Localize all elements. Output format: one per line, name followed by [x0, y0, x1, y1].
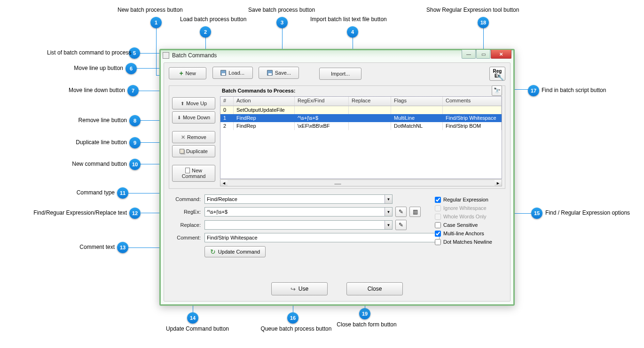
new-command-button[interactable]: New Command — [172, 165, 215, 182]
new-label: New — [186, 70, 196, 76]
checkbox[interactable] — [435, 239, 441, 245]
comment-input[interactable] — [204, 233, 440, 242]
window-title: Batch Commands — [172, 52, 217, 59]
disk-icon — [220, 70, 226, 76]
window-close-button[interactable]: ✕ — [491, 50, 511, 59]
command-label: Command: — [169, 196, 201, 202]
col-comments[interactable]: Comments — [443, 97, 502, 106]
move-up-button[interactable]: ⬆ Move Up — [172, 97, 215, 109]
cell: 1 — [220, 114, 234, 122]
col-replace[interactable]: Replace — [349, 97, 391, 106]
callout-18: Show Regular Expression tool button — [426, 7, 519, 13]
scroll-right-icon[interactable]: ► — [495, 180, 502, 186]
col-action[interactable]: Action — [234, 97, 295, 106]
horizontal-scrollbar[interactable]: ◄ ► — [220, 179, 502, 186]
callout-4: Import batch list text file button — [310, 16, 387, 23]
regex-edit-button[interactable]: ✎ — [395, 207, 407, 217]
opt-dot-matches[interactable]: Dot Matches Newline — [435, 238, 505, 246]
maximize-button[interactable]: ▭ — [476, 50, 490, 59]
checkbox[interactable] — [435, 231, 441, 237]
opt-whole-words[interactable]: Whole Words Only — [435, 212, 505, 221]
callout-14: Update Command button — [150, 325, 244, 332]
callout-5: List of batch command to process — [47, 49, 127, 56]
load-label: Load... — [228, 70, 244, 76]
use-label: Use — [298, 286, 308, 292]
panel-heading: Batch Commands to Process: — [222, 88, 295, 93]
use-button[interactable]: ↪ Use — [271, 282, 328, 295]
cell: DotMatchNL — [391, 122, 443, 130]
checkbox — [435, 205, 441, 211]
opt-ignore-whitespace[interactable]: Ignore Whitespace — [435, 204, 505, 212]
table-row[interactable]: 2 FindRep \xEF\xBB\xBF DotMatchNL Find/S… — [220, 122, 502, 130]
cell: ^\s+|\s+$ — [295, 114, 349, 122]
duplicate-button[interactable]: Duplicate — [172, 145, 215, 157]
cell: Find/Strip Whitespace — [443, 114, 502, 122]
callout-badge-6: 6 — [126, 63, 137, 74]
callout-10: New command button — [66, 161, 127, 167]
opt-label: Whole Words Only — [443, 214, 487, 219]
command-select[interactable] — [204, 194, 393, 204]
col-regex[interactable]: RegEx/Find — [295, 97, 349, 106]
wrench-icon: 🔧 — [497, 75, 504, 80]
find-in-script-button[interactable]: 🔭 — [492, 85, 502, 96]
close-button[interactable]: Close — [346, 282, 403, 295]
table-row-selected[interactable]: 1 FindRep ^\s+|\s+$ MultiLine Find/Strip… — [220, 114, 502, 122]
callout-13: Comment text — [71, 244, 115, 250]
new-button[interactable]: + New — [169, 67, 206, 79]
cell: Find/Strip BOM — [443, 122, 502, 130]
chevron-down-icon[interactable]: ▼ — [385, 221, 392, 229]
remove-button[interactable]: ✕ Remove — [172, 131, 215, 143]
callout-11: Command type — [60, 189, 115, 196]
col-num[interactable]: # — [220, 97, 234, 106]
callout-3: Save batch process button — [248, 7, 315, 13]
page-icon — [185, 168, 190, 173]
refresh-icon: ↻ — [210, 248, 216, 255]
regex-input[interactable] — [204, 207, 393, 217]
cell: FindRep — [234, 122, 295, 130]
cell: FindRep — [234, 114, 295, 122]
minimize-button[interactable]: — — [462, 50, 476, 59]
titlebar[interactable]: Batch Commands — ▭ ✕ — [161, 50, 513, 61]
cell — [295, 106, 349, 114]
move-down-button[interactable]: ⬇ Move Down — [172, 111, 215, 124]
cell: \xEF\xBB\xBF — [295, 122, 349, 130]
opt-regular-expression[interactable]: Regular Expression — [435, 195, 505, 204]
use-icon: ↪ — [291, 286, 296, 293]
callout-badge-4: 4 — [347, 26, 358, 38]
update-command-button[interactable]: ↻ Update Command — [204, 246, 266, 257]
checkbox[interactable] — [435, 222, 441, 228]
import-label: Import... — [331, 71, 350, 77]
import-button[interactable]: Import... — [319, 68, 361, 80]
callout-badge-19: 19 — [359, 308, 370, 319]
callout-badge-11: 11 — [117, 187, 128, 199]
checkbox[interactable] — [435, 197, 441, 203]
opt-multiline[interactable]: Multi-line Anchors — [435, 229, 505, 238]
replace-edit-button[interactable]: ✎ — [395, 220, 407, 230]
table-row[interactable]: 0 SetOutputUpdateFile — [220, 106, 502, 114]
opt-case-sensitive[interactable]: Case Sensitive — [435, 221, 505, 229]
x-icon: ✕ — [181, 134, 185, 140]
col-flags[interactable]: Flags — [391, 97, 443, 106]
command-grid[interactable]: # Action RegEx/Find Replace Flags Commen… — [220, 96, 502, 179]
bottom-buttons: ↪ Use Close — [164, 282, 510, 295]
comment-label: Comment: — [169, 235, 201, 240]
callout-6: Move line up button — [65, 65, 123, 71]
callout-2: Load batch process button — [180, 16, 246, 23]
load-button[interactable]: Load... — [212, 67, 253, 79]
scroll-left-icon[interactable]: ◄ — [220, 180, 228, 186]
regex-chart-button[interactable]: ▥ — [409, 207, 421, 217]
replace-input[interactable] — [204, 220, 393, 230]
callout-badge-14: 14 — [187, 312, 198, 324]
callout-9: Duplicate line button — [66, 139, 127, 146]
callout-badge-1: 1 — [150, 17, 162, 28]
save-button[interactable]: Save... — [259, 67, 299, 79]
remove-label: Remove — [187, 134, 206, 140]
cell: MultiLine — [391, 114, 443, 122]
chevron-down-icon[interactable]: ▼ — [385, 208, 392, 216]
callout-17: Find in batch script button — [542, 87, 606, 93]
chevron-down-icon[interactable]: ▼ — [385, 195, 392, 203]
regex-options: Regular Expression Ignore Whitespace Who… — [435, 195, 505, 246]
client-area: + New Load... Save... Import... Reg Ex — [164, 62, 510, 302]
scroll-thumb[interactable] — [334, 184, 341, 185]
regex-tool-button[interactable]: Reg Ex 🔧 — [489, 67, 505, 81]
